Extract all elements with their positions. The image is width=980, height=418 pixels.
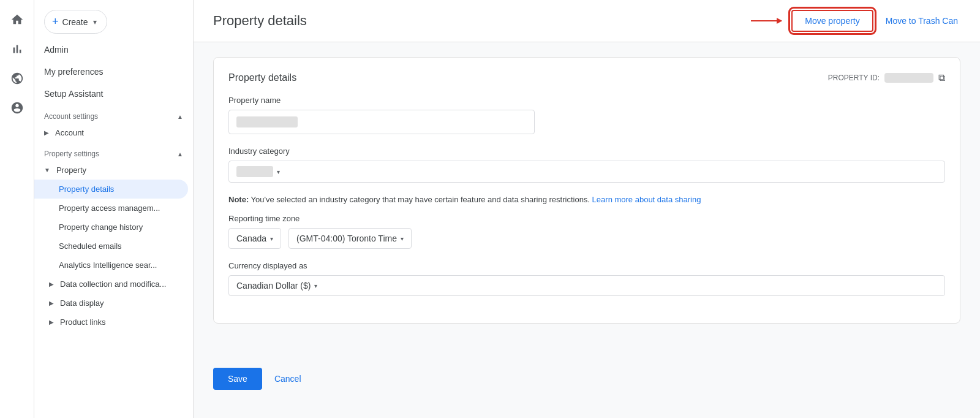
sidebar: + Create ▾ Admin My preferences Setup As…	[34, 0, 194, 418]
property-id-row: PROPERTY ID: ⧉	[828, 72, 945, 83]
plus-icon: +	[52, 15, 59, 28]
reports-nav-item[interactable]	[5, 37, 29, 61]
account-settings-section[interactable]: Account settings ▲	[34, 105, 193, 123]
property-name-group: Property name	[228, 96, 945, 134]
move-to-trash-button[interactable]: Move to Trash Can	[883, 11, 960, 31]
learn-more-link[interactable]: Learn more about data sharing	[592, 195, 701, 204]
product-links-nav-item[interactable]: ▶ Product links	[34, 313, 193, 332]
move-property-button[interactable]: Move property	[791, 10, 873, 32]
property-label: Property	[56, 165, 86, 175]
data-collection-nav-item[interactable]: ▶ Data collection and modifica...	[34, 275, 193, 294]
timezone-value: (GMT-04:00) Toronto Time	[296, 234, 397, 243]
property-access-management-nav-item[interactable]: Property access managem...	[34, 199, 193, 218]
create-label: Create	[62, 17, 88, 27]
currency-label: Currency displayed as	[228, 261, 945, 270]
property-settings-chevron-icon: ▲	[177, 151, 183, 158]
copy-icon[interactable]: ⧉	[938, 72, 945, 83]
timezone-dropdown[interactable]: (GMT-04:00) Toronto Time ▾	[288, 228, 412, 249]
currency-chevron-icon: ▾	[314, 283, 317, 289]
property-details-card: Property details PROPERTY ID: ⧉ Property…	[213, 57, 960, 324]
explore-nav-item[interactable]	[5, 66, 29, 91]
account-nav-item[interactable]: ▶ Account	[34, 123, 193, 142]
property-details-label: Property details	[59, 184, 114, 194]
timezone-chevron-icon: ▾	[401, 235, 404, 242]
icon-navigation	[0, 0, 34, 418]
data-collection-arrow-icon: ▶	[49, 281, 54, 287]
form-actions: Save Cancel	[194, 353, 980, 405]
account-label: Account	[55, 128, 84, 137]
advertising-nav-item[interactable]	[5, 96, 29, 120]
product-links-label: Product links	[60, 317, 105, 327]
industry-category-value	[236, 166, 273, 177]
card-title: Property details	[228, 72, 296, 83]
scheduled-emails-label: Scheduled emails	[59, 241, 122, 251]
property-arrow-icon: ▼	[44, 167, 50, 173]
admin-menu-item[interactable]: Admin	[34, 39, 193, 61]
property-name-label: Property name	[228, 96, 945, 105]
header-actions: Move property Move to Trash Can	[751, 10, 960, 32]
account-settings-label: Account settings	[44, 112, 98, 121]
home-nav-item[interactable]	[5, 7, 29, 32]
industry-category-label: Industry category	[228, 146, 945, 156]
property-details-nav-item[interactable]: Property details	[34, 180, 188, 199]
reporting-timezone-group: Reporting time zone Canada ▾ (GMT-04:00)…	[228, 214, 945, 249]
property-name-input[interactable]	[228, 110, 535, 134]
property-name-blur	[236, 116, 298, 127]
analytics-intelligence-nav-item[interactable]: Analytics Intelligence sear...	[34, 256, 193, 275]
account-arrow-icon: ▶	[44, 129, 49, 136]
page-header: Property details Move property Move to T…	[194, 0, 980, 42]
country-dropdown[interactable]: Canada ▾	[228, 228, 281, 249]
reporting-timezone-label: Reporting time zone	[228, 214, 945, 223]
page-title: Property details	[213, 13, 307, 29]
note-bold: Note:	[228, 195, 249, 204]
content-area: Property details PROPERTY ID: ⧉ Property…	[194, 42, 980, 353]
property-nav-item[interactable]: ▼ Property	[34, 161, 193, 180]
property-access-label: Property access managem...	[59, 203, 160, 213]
setup-assistant-menu-item[interactable]: Setup Assistant	[34, 83, 193, 105]
note-text: Note: You've selected an industry catego…	[228, 195, 945, 204]
note-content: You've selected an industry category tha…	[251, 195, 592, 204]
product-links-arrow-icon: ▶	[49, 319, 54, 325]
industry-category-dropdown[interactable]: ▾	[228, 161, 945, 183]
main-content: Property details Move property Move to T…	[194, 0, 980, 418]
data-display-arrow-icon: ▶	[49, 300, 54, 306]
industry-category-chevron-icon: ▾	[277, 169, 280, 175]
currency-value: Canadian Dollar ($)	[236, 281, 311, 291]
scheduled-emails-nav-item[interactable]: Scheduled emails	[34, 237, 193, 256]
property-settings-label: Property settings	[44, 150, 99, 158]
property-change-history-label: Property change history	[59, 222, 143, 232]
analytics-intelligence-label: Analytics Intelligence sear...	[59, 260, 157, 270]
property-settings-section[interactable]: Property settings ▲	[34, 142, 193, 161]
account-settings-chevron-icon: ▲	[177, 113, 183, 120]
timezone-select-row: Canada ▾ (GMT-04:00) Toronto Time ▾	[228, 228, 945, 249]
property-id-value	[884, 73, 933, 83]
industry-category-group: Industry category ▾	[228, 146, 945, 183]
property-id-label: PROPERTY ID:	[828, 74, 880, 82]
data-collection-label: Data collection and modifica...	[60, 279, 166, 289]
my-preferences-menu-item[interactable]: My preferences	[34, 61, 193, 83]
data-display-nav-item[interactable]: ▶ Data display	[34, 294, 193, 313]
create-chevron-icon: ▾	[93, 18, 97, 26]
save-button[interactable]: Save	[213, 368, 262, 390]
cancel-button[interactable]: Cancel	[270, 368, 306, 390]
currency-group: Currency displayed as Canadian Dollar ($…	[228, 261, 945, 296]
property-change-history-nav-item[interactable]: Property change history	[34, 218, 193, 237]
country-value: Canada	[236, 234, 266, 243]
data-display-label: Data display	[60, 298, 104, 308]
create-button[interactable]: + Create ▾	[44, 10, 107, 34]
currency-dropdown[interactable]: Canadian Dollar ($) ▾	[228, 275, 945, 296]
country-chevron-icon: ▾	[270, 235, 273, 242]
